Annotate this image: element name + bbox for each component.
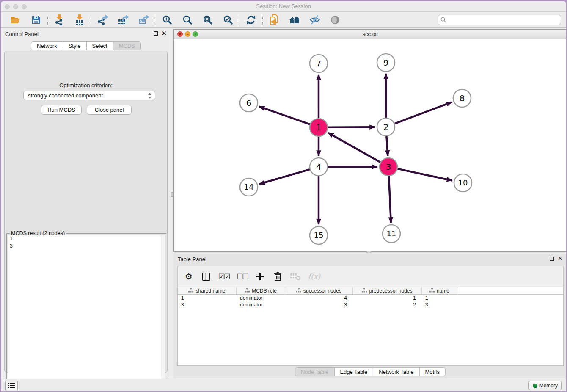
float-table-panel-icon[interactable]	[550, 257, 554, 261]
show-network-icon[interactable]	[329, 14, 341, 25]
edge-2-3[interactable]	[386, 136, 388, 156]
main-titlebar: Session: New Session	[1, 1, 566, 12]
node-6[interactable]: 6	[240, 94, 258, 112]
add-row-icon[interactable]	[255, 271, 265, 282]
select-all-icon[interactable]: ☑☑	[218, 271, 229, 282]
network-view-window: ✕ − + scc.txt 7968124314101511	[173, 29, 566, 252]
zoom-in-icon[interactable]	[161, 14, 173, 25]
edge-2-8[interactable]	[395, 102, 452, 124]
memory-status-icon	[533, 384, 537, 388]
tab-select[interactable]: Select	[87, 41, 113, 50]
close-panel-button[interactable]: Close panel	[87, 105, 132, 115]
node-2[interactable]: 2	[377, 118, 395, 136]
edge-3-10[interactable]	[398, 169, 452, 181]
zoom-fit-icon[interactable]	[201, 14, 213, 25]
column-header-shared-name[interactable]: shared name	[178, 287, 237, 294]
run-mcds-button[interactable]: Run MCDS	[41, 105, 82, 115]
column-header-predecessor-nodes[interactable]: predecessor nodes	[353, 287, 422, 294]
table-header-row: shared nameMCDS rolesuccessor nodesprede…	[178, 287, 563, 295]
table-cell[interactable]: 1	[422, 295, 457, 301]
mcds-result-group: MCDS result (2 nodes) 13	[6, 233, 166, 391]
svg-text:4: 4	[316, 162, 322, 172]
tab-node-table[interactable]: Node Table	[295, 367, 335, 376]
edge-3-11[interactable]	[389, 176, 391, 223]
table-cell[interactable]: 3	[285, 301, 353, 308]
export-image-icon[interactable]	[138, 14, 149, 25]
mcds-result-textarea[interactable]: 13	[8, 235, 165, 391]
memory-button[interactable]: Memory	[528, 381, 562, 390]
node-15[interactable]: 15	[310, 226, 328, 244]
control-panel-tabs: NetworkStyleSelectMCDS	[31, 41, 141, 50]
svg-text:7: 7	[316, 58, 322, 69]
open-file-icon[interactable]	[10, 14, 22, 25]
table-cell[interactable]: dominator	[237, 301, 285, 308]
node-7[interactable]: 7	[310, 55, 328, 72]
import-network-icon[interactable]	[53, 14, 65, 25]
table-cell[interactable]: dominator	[237, 295, 285, 301]
zoom-out-icon[interactable]	[181, 14, 193, 25]
horizontal-splitter-handle[interactable]	[366, 251, 371, 253]
task-history-button[interactable]	[5, 381, 18, 390]
close-panel-icon[interactable]: ✕	[161, 31, 167, 36]
export-network-icon[interactable]	[97, 14, 109, 25]
tab-mcds[interactable]: MCDS	[113, 41, 141, 50]
table-row[interactable]: 1dominator411	[178, 295, 563, 301]
result-scrollbar[interactable]	[161, 235, 165, 391]
table-cell[interactable]: 4	[285, 295, 353, 301]
search-input[interactable]	[438, 15, 561, 25]
save-session-icon[interactable]	[30, 14, 42, 25]
edge-1-2[interactable]	[328, 127, 375, 127]
table-cell[interactable]: 1	[178, 295, 237, 301]
node-table-container: ⚙☑☑☐☐f(x) shared nameMCDS rolesuccessor …	[177, 266, 564, 366]
network-graph-svg[interactable]: 7968124314101511	[174, 39, 566, 251]
deselect-all-icon[interactable]: ☐☐	[237, 271, 248, 282]
mcds-result-line: 3	[8, 243, 165, 250]
criterion-dropdown[interactable]: strongly connected component	[23, 91, 155, 100]
tab-edge-table[interactable]: Edge Table	[334, 367, 373, 376]
node-1[interactable]: 1	[310, 119, 328, 136]
column-header-name[interactable]: name	[422, 287, 457, 294]
node-10[interactable]: 10	[454, 174, 472, 192]
import-table-icon[interactable]	[74, 14, 85, 25]
network-window-titlebar[interactable]: ✕ − + scc.txt	[174, 30, 566, 39]
node-3[interactable]: 3	[380, 158, 397, 176]
vertical-splitter-handle[interactable]	[171, 192, 173, 197]
show-column-icon[interactable]	[201, 271, 211, 282]
status-bar: Memory	[1, 379, 566, 391]
svg-text:3: 3	[386, 162, 391, 172]
tab-network[interactable]: Network	[31, 41, 63, 50]
network-canvas[interactable]: 7968124314101511	[174, 39, 566, 251]
node-14[interactable]: 14	[240, 178, 258, 196]
zoom-selected-icon[interactable]	[222, 14, 234, 25]
table-cell[interactable]: 1	[353, 295, 422, 301]
node-9[interactable]: 9	[377, 54, 395, 72]
table-row[interactable]: 3dominator323	[178, 301, 563, 308]
close-table-panel-icon[interactable]: ✕	[557, 257, 563, 261]
table-cell[interactable]: 3	[422, 301, 457, 308]
memory-label: Memory	[539, 383, 558, 389]
refresh-icon[interactable]	[245, 14, 257, 25]
edge-1-6[interactable]	[259, 107, 310, 124]
column-type-icon	[429, 288, 435, 294]
home-icon[interactable]	[289, 14, 300, 25]
table-cell[interactable]: 3	[178, 301, 237, 308]
tab-style[interactable]: Style	[63, 41, 87, 50]
new-network-from-file-icon[interactable]	[268, 14, 280, 25]
function-builder-icon: f(x)	[308, 271, 320, 282]
node-8[interactable]: 8	[453, 89, 471, 107]
node-4[interactable]: 4	[310, 158, 328, 176]
node-11[interactable]: 11	[383, 225, 400, 243]
hide-network-icon[interactable]	[309, 14, 321, 25]
edge-4-14[interactable]	[259, 169, 310, 184]
tab-motifs[interactable]: Motifs	[419, 367, 446, 376]
tab-network-table[interactable]: Network Table	[373, 367, 419, 376]
delete-row-icon[interactable]	[272, 271, 283, 282]
column-header-successor-nodes[interactable]: successor nodes	[285, 287, 353, 294]
column-header-MCDS-role[interactable]: MCDS role	[237, 287, 285, 294]
export-table-icon[interactable]	[117, 14, 129, 25]
svg-text:11: 11	[387, 229, 396, 238]
edge-3-1[interactable]	[328, 133, 380, 162]
float-panel-icon[interactable]	[154, 31, 158, 36]
table-cell[interactable]: 2	[353, 301, 422, 308]
settings-gear-icon[interactable]: ⚙	[184, 271, 194, 282]
